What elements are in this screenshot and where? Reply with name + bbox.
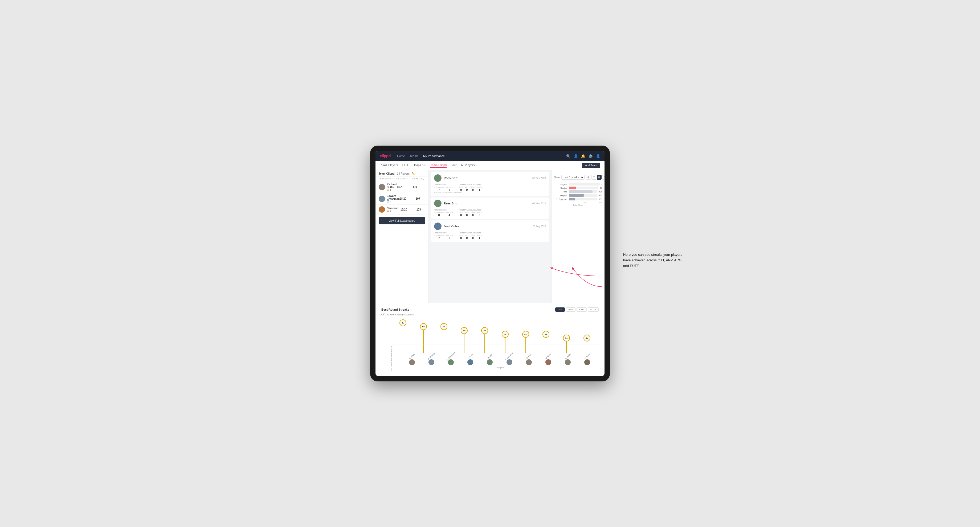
player-streak-col: 7x	[393, 319, 413, 353]
player-avatars-row	[391, 359, 599, 365]
table-row[interactable]: Cameron... 🥉 3 17/20 103	[375, 205, 428, 214]
player-name-label: R. Britt	[481, 355, 499, 358]
player-name: Edward Crossman	[387, 195, 400, 200]
card-player-name: Rees Britt	[444, 202, 458, 205]
streak-bubble: 4x	[522, 331, 529, 338]
filter-ott-btn[interactable]: OTT	[555, 307, 565, 312]
bar-fill-dbogeys	[569, 198, 575, 200]
avatar	[467, 359, 473, 365]
player-name-label: E. Crossman	[500, 355, 519, 358]
bar-value-birdies: 96	[600, 187, 602, 189]
avatar-icon[interactable]: 👤	[596, 154, 600, 158]
nav-teams[interactable]: Teams	[410, 154, 418, 157]
table-row[interactable]: Edward Crossman 🥈 2 18/20 107	[375, 193, 428, 205]
streak-bubble: 7x	[399, 319, 406, 326]
filter-arg-btn[interactable]: ARG	[577, 307, 587, 312]
arg-value: 0	[472, 188, 474, 191]
search-icon[interactable]: 🔍	[566, 154, 570, 158]
chart-area: 7x 6x 6x	[391, 319, 599, 353]
sub-nav-hcaps[interactable]: Hcaps 1-5	[413, 163, 426, 168]
app-value: 0	[466, 188, 468, 191]
bar-label-pars: Pars	[554, 190, 567, 193]
streaks-section: Best Round Streaks OTT APP ARG PUTT Off …	[378, 305, 602, 375]
avatar	[448, 359, 454, 365]
bar-fill-eagles	[569, 183, 570, 186]
practice-activities-label: Total Practice Activities	[459, 183, 482, 186]
x-label-200: 200	[583, 202, 586, 203]
grid-view-btn[interactable]: ⊞	[586, 175, 591, 179]
col-pb-avg: PB AVG SQ	[412, 178, 425, 180]
player-name-label: B. McHerg	[422, 355, 441, 358]
sub-nav: PGAT Players PGA Hcaps 1-5 Team Clippd T…	[375, 161, 605, 170]
tournament-value: 7	[438, 188, 440, 191]
filter-putt-btn[interactable]: PUTT	[588, 307, 599, 312]
player-pb-score: 19/20	[396, 186, 412, 189]
player-cards-panel: Rees Britt 02 Sep 2023 Total Rounds Tour…	[429, 170, 551, 303]
nav-my-performance[interactable]: My Performance	[423, 154, 445, 157]
bell-icon[interactable]: 🔔	[581, 154, 585, 158]
tablet-screen: clippd Home Teams My Performance 🔍 👤 🔔 ⚙…	[375, 151, 605, 376]
time-filter-select[interactable]: Last 3 months	[562, 175, 584, 179]
total-rounds-label: Total Rounds	[434, 209, 453, 211]
sub-nav-pga[interactable]: PGA	[402, 163, 409, 168]
bar-row-dbogeys: D. Bogeys+ 131	[554, 198, 602, 200]
practice-label: Practice	[446, 186, 453, 188]
options-btn[interactable]: ⋮	[602, 175, 605, 179]
bar-chart: Eagles 3 Birdies	[554, 183, 602, 206]
show-label: Show	[554, 176, 560, 179]
player-name-label: M. Miller	[539, 355, 557, 358]
table-row[interactable]: Richard Butler 🏅 1 19/20 110	[375, 181, 428, 193]
edit-icon[interactable]: ✏️	[412, 172, 415, 175]
streak-bubble: 5x	[461, 327, 468, 334]
player-name-label: C. Quick	[578, 355, 597, 358]
sub-nav-team-clippd[interactable]: Team Clippd	[430, 163, 447, 168]
col-player-name: PLAYER NAME	[379, 178, 396, 180]
sub-nav-pgat[interactable]: PGAT Players	[380, 163, 398, 168]
bar-row-pars: Pars 499	[554, 190, 602, 193]
nav-home[interactable]: Home	[397, 154, 405, 157]
player-pb-avg: 103	[417, 208, 430, 211]
streaks-header: Best Round Streaks OTT APP ARG PUTT	[381, 307, 599, 312]
bar-value-bogeys: 311	[599, 194, 602, 197]
player-name: Richard Butler	[387, 183, 396, 189]
card-player-name: Josh Coles	[444, 225, 460, 228]
player-pb-score: 18/20	[400, 197, 416, 200]
streaks-title: Best Round Streaks	[381, 308, 409, 311]
list-view-btn[interactable]: ☰	[592, 175, 596, 179]
view-leaderboard-button[interactable]: View Full Leaderboard	[379, 217, 425, 224]
add-team-button[interactable]: Add Team	[582, 163, 600, 168]
player-name-label: E. Ebert	[402, 355, 421, 358]
practice-value: 6	[449, 188, 450, 191]
streak-filter-buttons: OTT APP ARG PUTT	[555, 307, 599, 312]
bar-label-dbogeys: D. Bogeys+	[554, 198, 567, 200]
avatar	[428, 359, 434, 365]
bar-fill-bogeys	[569, 194, 584, 197]
player-name: Cameron...	[387, 207, 401, 210]
chart-view-btn[interactable]: ▦	[597, 175, 601, 179]
player-streak-col: 4x	[516, 331, 535, 353]
player-pb-avg: 110	[412, 186, 426, 189]
bar-fill-birdies	[569, 187, 576, 189]
player-name-label: J. Coles	[461, 355, 480, 358]
streak-line	[484, 334, 485, 353]
streak-line	[525, 338, 526, 353]
sub-nav-tour[interactable]: Tour	[451, 163, 457, 168]
player-card: Rees Britt 02 Sep 2023 Total Rounds Tour…	[431, 197, 549, 219]
user-icon[interactable]: 👤	[574, 154, 578, 158]
filter-app-btn[interactable]: APP	[566, 307, 576, 312]
team-header: Team Clippd | 14 Players ✏️	[375, 170, 428, 176]
tournament-label: Tournament	[434, 186, 444, 188]
nav-icons: 🔍 👤 🔔 ⚙️ 👤	[566, 154, 600, 158]
player-streak-col: 5x	[455, 327, 474, 353]
streaks-chart: Best Streak, Fairway Accuracy 7x	[381, 319, 599, 372]
badge-bronze-icon: 🥉	[387, 210, 389, 212]
player-streak-col: 6x	[414, 323, 433, 353]
avatar	[379, 206, 385, 213]
card-date: 26 Aug 2023	[532, 225, 546, 227]
bar-label-bogeys: Bogeys	[554, 194, 567, 197]
settings-icon[interactable]: ⚙️	[589, 154, 593, 158]
player-list-panel: Team Clippd | 14 Players ✏️ PLAYER NAME …	[375, 170, 429, 303]
sub-nav-all-players[interactable]: All Players	[461, 163, 475, 168]
avatar	[506, 359, 512, 365]
bar-fill-pars	[569, 190, 593, 193]
